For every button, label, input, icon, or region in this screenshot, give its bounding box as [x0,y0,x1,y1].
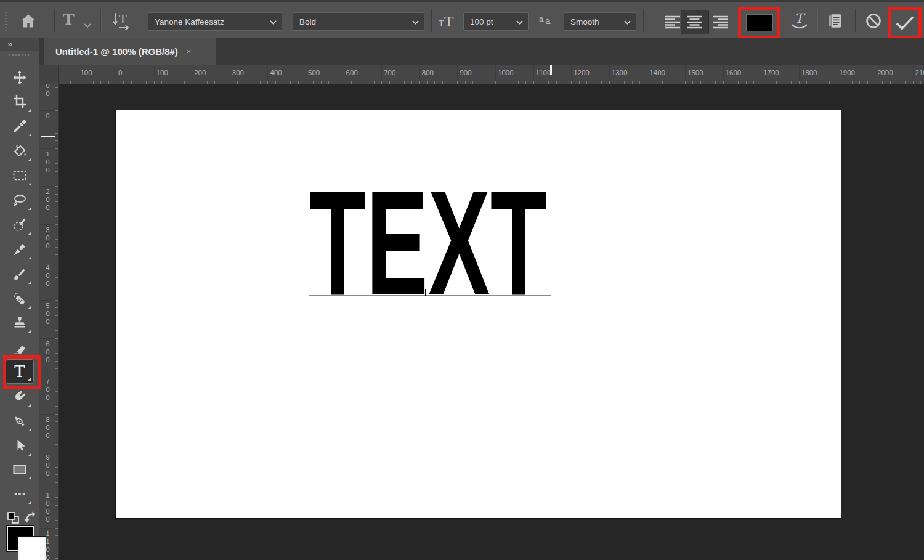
tool-brush[interactable] [6,262,34,286]
tool-pen[interactable] [6,409,34,434]
align-left-button[interactable] [664,15,681,30]
size-big-glyph: T [444,14,454,30]
ruler-minor-tick [55,216,58,217]
ruler-minor-tick [685,81,686,84]
tool-mixer-brush[interactable] [6,237,34,262]
horizontal-ruler[interactable]: 1000100200300400500600700800900100011001… [59,65,924,84]
ruler-minor-tick [55,452,58,452]
text-orientation-icon[interactable]: T [111,10,133,31]
divider [643,9,644,32]
tool-flyout-indicator [28,428,31,431]
commit-check-icon[interactable] [895,15,915,31]
ruler-minor-tick [267,81,268,84]
current-tool-chevron-icon[interactable] [84,19,91,30]
ruler-minor-tick [457,81,458,84]
ruler-minor-tick [541,81,541,84]
type-glyph: T [63,12,75,27]
ruler-label: 1100 [536,69,551,76]
text-layer[interactable]: TEXT [309,181,562,304]
tool-flyout-indicator [28,354,31,357]
default-colors-svg [6,511,21,525]
document-tab[interactable]: Untitled-1 @ 100% (RGB/8#) × [44,38,216,65]
tab-close-icon[interactable]: × [187,47,192,56]
text-baseline-indicator [309,295,551,296]
ruler-minor-tick [146,81,147,84]
tool-paint-bucket[interactable] [6,139,34,163]
ruler-label: 500 [308,69,320,76]
tool-shape[interactable] [6,457,34,482]
tool-lasso[interactable] [6,188,34,213]
tool-flyout-indicator [28,158,31,161]
ruler-minor-tick [290,81,291,84]
ruler-cursor-x [550,65,552,75]
ruler-label: 2100 [915,69,924,76]
anti-alias-value: Smooth [570,17,599,26]
tool-more-tools[interactable] [6,482,34,506]
current-tool-type-icon[interactable]: T [63,12,75,27]
highlight-color-swatch [738,7,780,39]
vertical-ruler[interactable]: 100010020030040050060070080090010001100 [39,84,59,560]
ruler-minor-tick [769,81,769,84]
tool-panel-collapse-button[interactable]: » [0,38,39,51]
ruler-label: 300 [232,69,244,76]
chevron-down-icon [270,20,277,25]
ruler-origin-corner[interactable] [39,65,59,84]
tool-move[interactable] [6,65,34,90]
tool-eraser[interactable] [6,335,34,360]
tool-crop[interactable] [6,89,34,114]
ruler-minor-tick [275,81,276,84]
ruler-minor-tick [55,262,58,262]
toggle-panels-icon[interactable] [827,12,844,32]
cancel-edits-button[interactable] [865,12,882,32]
home-icon[interactable] [20,12,37,30]
text-color-swatch[interactable] [746,14,773,31]
ruler-minor-tick [731,81,731,84]
ruler-minor-tick [169,81,169,84]
tool-healing-brush[interactable] [6,286,34,311]
ruler-label: 900 [39,453,56,477]
ruler-minor-tick [55,497,58,498]
ruler-label: 1800 [801,69,817,76]
ruler-minor-tick [55,384,58,384]
ruler-minor-tick [55,414,58,415]
tool-flyout-indicator [28,306,31,309]
warp-text-icon[interactable]: T [790,10,809,34]
tool-marquee[interactable] [6,163,34,188]
ruler-minor-tick [55,110,58,111]
tool-type[interactable]: T [6,359,34,384]
anti-alias-select[interactable]: Smooth [564,12,636,31]
align-center-button[interactable] [681,10,709,34]
ruler-minor-tick [434,81,435,84]
font-size-select[interactable]: 100 pt [463,12,529,31]
tool-path-select[interactable] [6,434,34,458]
ruler-label: 300 [39,226,56,250]
ruler-minor-tick [761,81,761,84]
ruler-label: 600 [346,69,358,76]
canvas-text[interactable]: TEXT [309,160,547,327]
swap-colors-icon[interactable] [23,510,38,527]
font-style-select[interactable]: Bold [293,12,424,31]
tool-smudge[interactable] [6,384,34,409]
ruler-minor-tick [442,81,443,84]
ruler-minor-tick [715,81,716,84]
ruler-minor-tick [55,482,58,483]
tool-clone-stamp[interactable] [6,310,34,335]
align-right-button[interactable] [712,15,729,30]
ruler-minor-tick [55,505,58,506]
font-family-select[interactable]: Yanone Kaffeesatz [148,12,282,31]
tool-panel-grip[interactable] [9,54,30,56]
ruler-minor-tick [678,81,678,84]
tool-quick-selection[interactable] [6,213,34,237]
ruler-minor-tick [389,81,390,84]
background-color-swatch[interactable] [18,537,46,560]
ruler-minor-tick [480,81,480,84]
tool-flyout-indicator [28,207,31,210]
ruler-minor-tick [298,81,299,84]
ruler-minor-tick [495,81,496,84]
ruler-minor-tick [845,81,845,84]
chevron-down-icon [516,20,523,25]
ruler-label: 600 [39,340,56,364]
ruler-label: 800 [422,69,434,76]
tool-eyedropper[interactable] [6,114,34,139]
options-bar-grip[interactable] [5,12,7,31]
